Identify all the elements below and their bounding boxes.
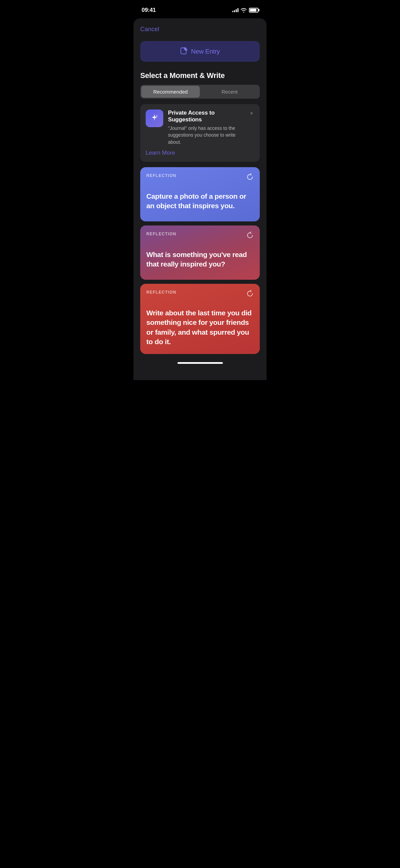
cancel-button[interactable]: Cancel xyxy=(140,24,159,34)
reflection-label-3: REFLECTION xyxy=(146,290,254,295)
main-sheet: Cancel New Entry Select a Moment & Write… xyxy=(133,18,267,380)
new-entry-icon xyxy=(180,47,188,56)
segmented-control: Recommended Recent xyxy=(140,85,260,99)
reflection-question-2: What is something you've read that reall… xyxy=(146,250,254,269)
private-access-card: Private Access to Suggestions "Journal" … xyxy=(140,104,260,162)
battery-icon xyxy=(249,8,258,13)
private-access-icon xyxy=(146,110,163,127)
refresh-icon-1[interactable] xyxy=(246,173,254,182)
reflection-label-1: REFLECTION xyxy=(146,173,254,178)
status-bar: 09:41 xyxy=(133,0,267,18)
reflection-question-3: Write about the last time you did someth… xyxy=(146,308,254,347)
reflection-label-2: REFLECTION xyxy=(146,232,254,236)
sparkle-icon xyxy=(150,113,159,124)
refresh-icon-2[interactable] xyxy=(246,232,254,241)
private-card-desc: "Journal" only has access to the suggest… xyxy=(168,125,244,145)
header: Cancel xyxy=(133,18,267,38)
new-entry-label: New Entry xyxy=(191,48,220,55)
tab-recommended[interactable]: Recommended xyxy=(141,86,200,98)
section-title: Select a Moment & Write xyxy=(133,67,267,85)
wifi-icon xyxy=(241,8,247,13)
home-indicator xyxy=(133,358,267,367)
private-card-close-button[interactable]: × xyxy=(249,110,254,117)
status-icons xyxy=(232,8,258,13)
learn-more-link[interactable]: Learn More xyxy=(146,150,175,156)
reflection-card-2[interactable]: REFLECTION What is something you've read… xyxy=(140,225,260,280)
private-card-title: Private Access to Suggestions xyxy=(168,110,244,123)
status-time: 09:41 xyxy=(142,7,156,14)
home-bar xyxy=(177,362,223,364)
new-entry-button[interactable]: New Entry xyxy=(140,41,260,62)
reflection-card-3[interactable]: REFLECTION Write about the last time you… xyxy=(140,284,260,354)
reflection-card-1[interactable]: REFLECTION Capture a photo of a person o… xyxy=(140,167,260,221)
reflection-question-1: Capture a photo of a person or an object… xyxy=(146,192,254,211)
signal-icon xyxy=(232,8,238,12)
private-text-area: Private Access to Suggestions "Journal" … xyxy=(168,110,244,145)
private-card-header: Private Access to Suggestions "Journal" … xyxy=(146,110,254,145)
tab-recent[interactable]: Recent xyxy=(201,86,259,98)
refresh-icon-3[interactable] xyxy=(246,290,254,299)
